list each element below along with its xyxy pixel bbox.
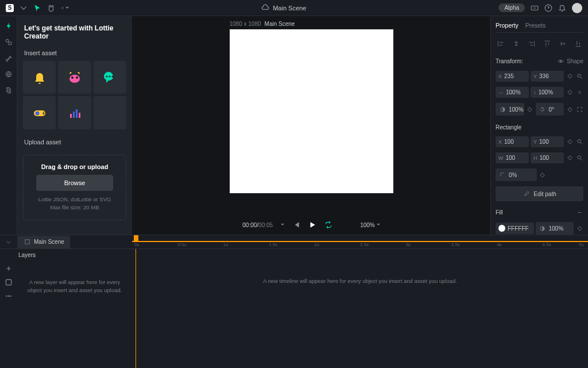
plugin-icon[interactable] — [5, 86, 13, 94]
eye-icon[interactable] — [556, 57, 564, 65]
upload-label: Upload asset — [23, 135, 126, 150]
canvas-dims: 1080 x 1080 — [230, 21, 261, 27]
cursor-icon[interactable] — [33, 4, 41, 12]
shapes-icon[interactable] — [5, 38, 13, 46]
align-top-icon[interactable] — [543, 40, 551, 48]
canvas[interactable] — [230, 29, 393, 193]
minus-icon[interactable] — [575, 208, 583, 216]
timeline-empty-msg: A new timeline will appear here for ever… — [132, 249, 588, 368]
loop-icon[interactable] — [324, 221, 332, 229]
zoom-icon[interactable] — [575, 154, 583, 162]
upload-title: Drag & drop or upload — [29, 163, 120, 170]
avatar[interactable] — [572, 3, 582, 13]
chevron-down-icon[interactable] — [281, 222, 284, 228]
rect-h-field[interactable]: H100 — [531, 152, 564, 163]
scene-tab[interactable]: Main Scene — [17, 236, 70, 248]
keyframe-icon[interactable] — [526, 105, 534, 113]
svg-rect-25 — [25, 240, 29, 244]
keyframe-icon[interactable] — [566, 154, 574, 162]
svg-point-5 — [69, 75, 80, 83]
opacity-field[interactable]: 100% — [496, 103, 524, 116]
property-panel: Property Presets Transform:Shape X235 Y3… — [490, 16, 588, 235]
align-center-v-icon[interactable] — [559, 40, 567, 48]
asset-cow[interactable] — [58, 61, 91, 94]
time-duration: 00:05 — [258, 222, 273, 228]
position-y-field[interactable]: Y336 — [531, 71, 564, 82]
playhead-line[interactable] — [136, 249, 136, 368]
align-left-icon[interactable] — [497, 40, 505, 48]
canvas-name: Main Scene — [265, 21, 295, 27]
keyframe-icon[interactable] — [575, 224, 583, 232]
svg-point-8 — [106, 75, 108, 77]
asset-chart[interactable] — [58, 96, 91, 129]
skip-back-icon[interactable] — [292, 221, 300, 229]
left-panel: Let's get started with Lottie Creator In… — [17, 16, 132, 235]
svg-point-20 — [577, 140, 581, 143]
bottom-panel: Main Scene Layers A new layer will appea… — [0, 235, 588, 368]
pen-icon[interactable] — [5, 54, 13, 62]
panel-title: Let's get started with Lottie Creator — [23, 22, 126, 46]
scene-row: Main Scene — [0, 235, 132, 249]
add-layer-icon[interactable] — [5, 264, 13, 273]
options-icon[interactable] — [5, 292, 13, 300]
chevron-down-icon[interactable] — [0, 239, 17, 245]
cloud-icon — [261, 4, 269, 12]
playhead-marker[interactable] — [134, 235, 138, 241]
timeline-ruler[interactable]: 0s 0.5s 1s 1.5s 2s 2.5s 3s 3.5s 4s 4.5s … — [132, 235, 588, 249]
scale-w-field[interactable]: ↔100% — [496, 87, 529, 98]
align-bottom-icon[interactable] — [574, 40, 582, 48]
rect-x-field[interactable]: X100 — [496, 136, 529, 147]
tab-presets[interactable]: Presets — [525, 22, 546, 29]
mask-icon[interactable] — [5, 278, 13, 286]
shape-tool-icon[interactable] — [61, 4, 69, 12]
zoom-select[interactable]: 100% — [360, 222, 380, 228]
svg-rect-16 — [79, 113, 80, 118]
fill-opacity-field[interactable]: 100% — [536, 222, 574, 235]
rect-w-field[interactable]: W100 — [496, 152, 529, 163]
asset-chat[interactable] — [94, 61, 126, 94]
asset-bell[interactable] — [23, 61, 56, 94]
link-icon[interactable] — [575, 89, 583, 97]
svg-point-17 — [560, 60, 562, 62]
position-x-field[interactable]: X235 — [496, 71, 529, 82]
timeline[interactable]: 0s 0.5s 1s 1.5s 2s 2.5s 3s 3.5s 4s 4.5s … — [132, 235, 588, 368]
upload-hint1: Lottie JSON, dotLottie or SVG — [29, 195, 120, 204]
video-icon[interactable] — [531, 4, 539, 12]
fill-color-field[interactable]: FFFFFF — [496, 223, 534, 234]
browse-button[interactable]: Browse — [36, 175, 113, 191]
upload-dropzone[interactable]: Drag & drop or upload Browse Lottie JSON… — [23, 155, 126, 221]
keyframe-icon[interactable] — [566, 138, 574, 146]
rotation-icon — [539, 105, 547, 113]
edit-path-button[interactable]: Edit path — [496, 186, 583, 201]
chevron-down-icon[interactable] — [20, 4, 28, 12]
rotation-field[interactable]: 0° — [536, 103, 564, 116]
upload-hint2: Max file size: 20 MB — [29, 204, 120, 212]
alpha-badge: Alpha — [498, 3, 525, 12]
rect-y-field[interactable]: Y100 — [531, 136, 564, 147]
svg-point-18 — [577, 74, 581, 78]
expand-icon[interactable] — [575, 105, 583, 113]
align-right-icon[interactable] — [528, 40, 536, 48]
keyframe-icon[interactable] — [566, 105, 574, 113]
radius-field[interactable]: 0% — [496, 168, 537, 181]
tab-property[interactable]: Property — [496, 22, 519, 29]
keyframe-icon[interactable] — [539, 171, 547, 179]
bell-icon[interactable] — [558, 4, 566, 12]
help-icon[interactable] — [544, 4, 552, 12]
bolt-icon[interactable] — [5, 22, 13, 30]
hand-icon[interactable] — [47, 4, 55, 12]
keyframe-icon[interactable] — [566, 89, 574, 97]
app-logo[interactable]: S — [6, 4, 14, 12]
topbar: S Main Scene Alpha — [0, 0, 588, 16]
scale-h-field[interactable]: ↕100% — [531, 87, 564, 98]
zoom-icon[interactable] — [575, 138, 583, 146]
align-center-h-icon[interactable] — [512, 40, 520, 48]
canvas-area: 1080 x 1080 Main Scene 00:00/00:05 100% — [132, 16, 490, 235]
play-icon[interactable] — [308, 221, 316, 229]
asset-empty[interactable] — [94, 96, 126, 129]
fill-label: Fill — [496, 209, 503, 216]
globe-icon[interactable] — [5, 70, 13, 78]
keyframe-icon[interactable] — [566, 72, 574, 80]
zoom-icon[interactable] — [575, 72, 583, 80]
asset-toggle[interactable] — [23, 96, 56, 129]
